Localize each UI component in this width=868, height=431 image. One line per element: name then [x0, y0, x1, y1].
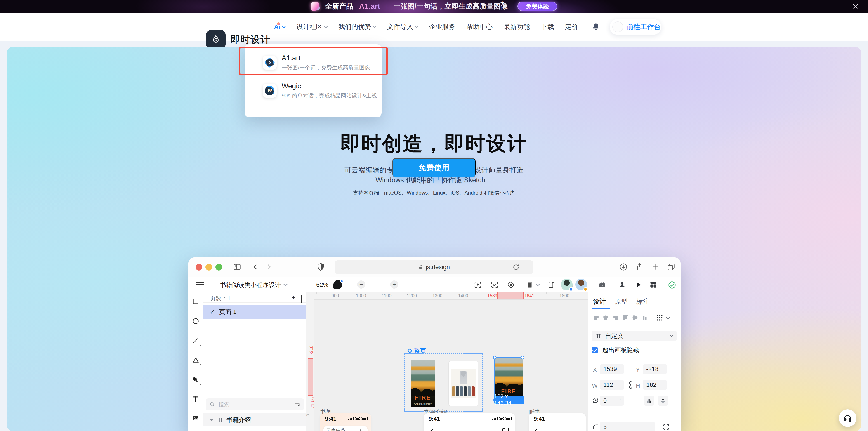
- rectangle-tool[interactable]: [192, 298, 199, 305]
- align-bottom-icon[interactable]: [641, 314, 649, 321]
- collapse-pages-icon[interactable]: [301, 296, 302, 303]
- width-input[interactable]: 112: [600, 380, 624, 390]
- text-tool[interactable]: [192, 395, 199, 402]
- image-tool[interactable]: [192, 414, 199, 422]
- book-cover-fire[interactable]: FIRE WRECKS A FOREST: [411, 360, 435, 407]
- artboard-bookshelf[interactable]: 9:41 云南虫谷 我的书架 书店商城: [320, 413, 371, 431]
- bell-icon[interactable]: [592, 23, 600, 31]
- layout-panel-icon[interactable]: [649, 280, 657, 289]
- forward-button[interactable]: [264, 263, 273, 271]
- tab-overview-icon[interactable]: [666, 263, 676, 271]
- checkbox-checked[interactable]: [592, 347, 598, 353]
- free-use-button[interactable]: 免费使用: [393, 158, 475, 177]
- play-prototype-icon[interactable]: [634, 280, 643, 289]
- nav-item-ai[interactable]: Ai: [274, 23, 285, 31]
- align-center-h-icon[interactable]: [602, 314, 610, 321]
- canvas[interactable]: 整页 FIRE WRECKS A FOREST FIRE: [314, 300, 588, 431]
- resize-handle[interactable]: [521, 356, 524, 359]
- pen-tool[interactable]: [192, 376, 199, 383]
- collaborator-avatar[interactable]: [561, 279, 572, 290]
- sidebar-toggle-icon[interactable]: [232, 263, 242, 271]
- layer-row-frame[interactable]: 书籍介绍: [204, 413, 306, 427]
- x-input[interactable]: 1539: [600, 364, 624, 374]
- layer-search[interactable]: [206, 398, 304, 410]
- nav-item-whats-new[interactable]: 最新功能: [504, 22, 530, 31]
- align-left-icon[interactable]: [592, 314, 600, 321]
- book-cover-washington[interactable]: [448, 361, 478, 406]
- zoom-out-button[interactable]: −: [357, 280, 365, 288]
- resize-handle[interactable]: [493, 356, 497, 359]
- chevron-down-icon: [324, 24, 328, 28]
- align-top-icon[interactable]: [621, 314, 629, 321]
- nav-item-pricing[interactable]: 定价: [565, 22, 578, 31]
- support-fab[interactable]: [839, 409, 857, 427]
- back-button[interactable]: [251, 263, 260, 271]
- tab-prototype[interactable]: 原型: [615, 297, 628, 306]
- banner-cta-button[interactable]: 免费体验: [518, 2, 557, 11]
- minimize-window-button[interactable]: [206, 264, 212, 271]
- corner-radius-input[interactable]: 5: [600, 422, 655, 431]
- frame-preset-select[interactable]: 自定义: [592, 331, 677, 341]
- close-icon[interactable]: [852, 3, 859, 9]
- artboard-listen[interactable]: 9:41: [529, 413, 586, 431]
- pages-count-label: 页数：1: [210, 295, 230, 302]
- vector-target-icon[interactable]: [506, 280, 515, 289]
- page-list-item[interactable]: ✓ 页面 1: [204, 305, 306, 319]
- flip-horizontal-button[interactable]: [644, 396, 654, 406]
- zoom-level[interactable]: 62%: [316, 281, 329, 288]
- distribute-grid-icon[interactable]: [656, 314, 663, 321]
- maximize-window-button[interactable]: [215, 264, 222, 271]
- nav-item-advantages[interactable]: 我们的优势: [338, 22, 376, 31]
- artboard-book-detail[interactable]: 9:41 森林之火 惊险·马尔休斯(法): [424, 413, 515, 431]
- close-window-button[interactable]: [195, 264, 202, 271]
- tab-annotate[interactable]: 标注: [636, 297, 649, 306]
- horizontal-ruler: 900 1000 1100 1200 1300 1400 1539 1641 1…: [314, 292, 588, 300]
- line-tool[interactable]: [192, 337, 199, 344]
- toolbox-icon[interactable]: [598, 280, 607, 289]
- nav-item-import[interactable]: 文件导入: [387, 22, 418, 31]
- align-right-icon[interactable]: [612, 314, 620, 321]
- banner-separator: |: [386, 3, 388, 10]
- filter-icon[interactable]: [294, 401, 301, 407]
- page-title: 即时创造，即时设计: [7, 130, 861, 157]
- search-input[interactable]: [218, 401, 286, 408]
- ruler-label-selected: 1539: [487, 293, 498, 298]
- import-frame-icon[interactable]: [490, 280, 499, 289]
- poster-subtitle: WRECKS A FOREST: [411, 403, 435, 405]
- nav-item-help[interactable]: 帮助中心: [466, 22, 493, 31]
- mirror-preview-icon[interactable]: [547, 280, 555, 289]
- add-page-icon[interactable]: +: [291, 294, 295, 301]
- y-input[interactable]: -218: [643, 364, 667, 374]
- nav-item-enterprise[interactable]: 企业服务: [429, 22, 455, 31]
- share-icon[interactable]: [635, 263, 644, 271]
- main-menu-icon[interactable]: [196, 282, 204, 289]
- triangle-tool[interactable]: [192, 357, 199, 364]
- caret-expanded-icon[interactable]: [210, 419, 214, 421]
- chevron-down-icon[interactable]: [666, 315, 670, 319]
- device-preview-icon[interactable]: [526, 280, 534, 289]
- nav-item-download[interactable]: 下载: [541, 22, 554, 31]
- independent-corners-icon[interactable]: [662, 423, 670, 431]
- zoom-in-button[interactable]: +: [390, 280, 398, 288]
- layer-row-group[interactable]: 书友: [204, 429, 306, 431]
- rotation-input[interactable]: 0 °: [600, 396, 624, 406]
- constrain-link-icon[interactable]: [627, 381, 634, 389]
- nav-item-community[interactable]: 设计社区: [296, 22, 327, 31]
- clip-content-row[interactable]: 超出画板隐藏: [592, 346, 639, 354]
- go-workspace-button[interactable]: 前往工作台: [610, 19, 661, 35]
- url-bar[interactable]: js.design: [335, 260, 533, 274]
- ellipse-tool[interactable]: [192, 317, 199, 325]
- privacy-shield-icon[interactable]: [316, 263, 325, 271]
- align-center-v-icon[interactable]: [631, 314, 639, 321]
- invite-collaborator-icon[interactable]: [618, 280, 627, 289]
- flip-vertical-button[interactable]: [657, 396, 669, 406]
- file-title[interactable]: 书籍阅读类小程序设计: [220, 281, 287, 289]
- export-frame-icon[interactable]: [473, 280, 482, 289]
- height-input[interactable]: 162: [643, 380, 667, 390]
- downloads-icon[interactable]: [619, 263, 628, 271]
- tab-design[interactable]: 设计: [593, 297, 606, 306]
- new-tab-icon[interactable]: [651, 263, 660, 271]
- reload-icon[interactable]: [512, 263, 520, 271]
- dropdown-item-wegic[interactable]: w Wegic 90s 简单对话，完成精品网站设计&上线: [245, 76, 381, 105]
- collaborator-avatar[interactable]: [575, 279, 587, 290]
